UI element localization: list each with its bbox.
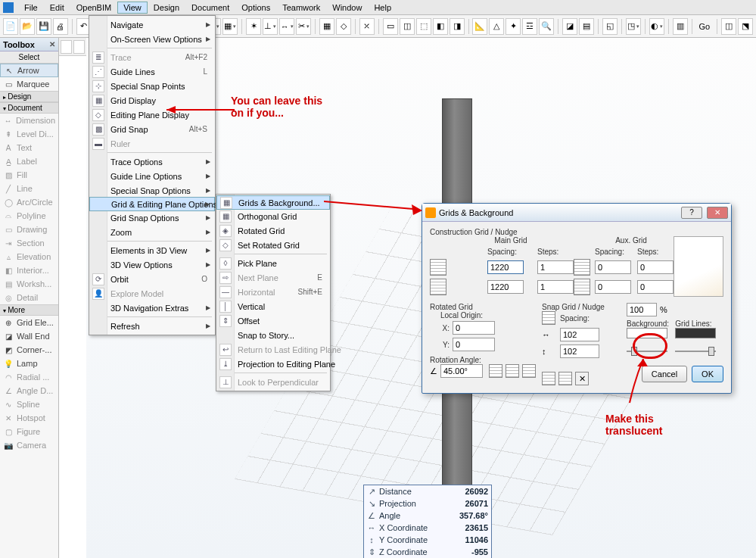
menu-editing-plane[interactable]: ◇Editing Plane Display [89,108,215,122]
tb-3d-icon[interactable]: ◳ [626,18,641,35]
menu-guideline-opts[interactable]: Guide Line Options▶ [89,169,215,183]
submenu-return-last[interactable]: ↩Return to Last Editing Plane [216,342,330,357]
main-spacing-x[interactable] [487,260,524,274]
menu-openbim[interactable]: OpenBIM [70,2,117,14]
aux-vert-icon[interactable] [574,279,590,295]
dialog-titlebar[interactable]: Grids & Background ? ✕ [422,204,731,222]
tool-level-dim[interactable]: ⇞Level Di... [0,127,58,141]
info-icon-2[interactable] [73,40,85,54]
menu-onscreen-opts[interactable]: On-Screen View Options▶ [89,32,215,46]
tb-element-mode[interactable]: ▦ [222,18,238,35]
close-icon[interactable]: ✕ [49,40,55,48]
submenu-look-perp[interactable]: ⊥Look to Perpendicular [216,375,330,389]
tool-radial[interactable]: ◠Radial ... [0,370,58,384]
tb-layout-icon[interactable]: ▥ [673,18,688,35]
menu-help[interactable]: Help [368,2,397,14]
menu-trace-opts[interactable]: Trace Options▶ [89,154,215,169]
toolbox-section-more[interactable]: More [0,304,58,316]
aux-spacing-y[interactable] [595,280,631,294]
tool-fill[interactable]: ▨Fill [0,168,58,182]
tool-detail[interactable]: ◎Detail [0,291,58,304]
menu-explore[interactable]: 👤Explore Model [89,286,215,301]
submenu-offset[interactable]: ⇕Offset [216,313,330,328]
menu-3d-view-opts[interactable]: 3D View Options▶ [89,257,215,272]
tool-section[interactable]: ⇥Section [0,236,58,250]
aux-horiz-icon[interactable] [574,259,590,276]
tb-save-icon[interactable]: 💾 [36,18,51,35]
menu-window[interactable]: Window [326,2,368,14]
menu-trace[interactable]: ≣TraceAlt+F2 [89,50,215,64]
tool-worksheet[interactable]: ▤Worksh... [0,277,58,291]
tool-spline[interactable]: ∿Spline [0,397,58,411]
submenu-orthogonal[interactable]: ▦Orthogonal Grid [216,209,330,223]
submenu-grids-background[interactable]: ▦Grids & Background... [216,195,330,210]
aux-steps-y[interactable] [637,280,674,294]
help-button[interactable]: ? [681,207,702,219]
submenu-projection[interactable]: ⤓Projection to Editing Plane [216,357,330,371]
tb-snap-icon[interactable]: ✶ [246,18,261,35]
menu-file[interactable]: File [18,2,44,14]
menu-nav-extras[interactable]: 3D Navigation Extras▶ [89,301,215,315]
grid-horiz-icon[interactable] [430,259,446,276]
aux-steps-x[interactable] [637,260,674,274]
tb-edit2[interactable]: ◫ [400,18,415,35]
tb-edit4[interactable]: ◧ [433,18,448,35]
submenu-next-plane[interactable]: ⇨Next PlaneE [216,270,330,285]
menu-zoom[interactable]: Zoom▶ [89,225,215,239]
menu-snap-opts[interactable]: Special Snap Options▶ [89,183,215,198]
snap-spacing-x[interactable] [560,328,599,341]
tool-angle-d[interactable]: ∠Angle D... [0,384,58,397]
tool-label[interactable]: A̲Label [0,154,58,168]
info-icon-1[interactable] [61,40,72,54]
tool-camera[interactable]: 📷Camera [0,438,58,452]
opt-icon-1[interactable] [489,364,502,378]
menu-grid-snap[interactable]: ▩Grid SnapAlt+S [89,122,215,136]
opt-icon-2[interactable] [506,364,519,378]
submenu-pick-plane[interactable]: ◊Pick Plane [216,256,330,270]
rotation-angle[interactable] [440,364,483,378]
toolbox-section-document[interactable]: Document [0,102,58,114]
tool-polyline[interactable]: ⌓Polyline [0,209,58,223]
zoom-pct[interactable] [627,303,657,316]
submenu-set-rotated[interactable]: ◇Set Rotated Grid [216,238,330,252]
menu-design[interactable]: Design [148,2,185,14]
tb-new-icon[interactable]: 📄 [3,18,18,35]
menu-teamwork[interactable]: Teamwork [276,2,326,14]
tb-find[interactable]: 🔍 [539,18,554,35]
snap-opt-2[interactable] [558,372,572,385]
menu-grid-snap-opts[interactable]: Grid Snap Options▶ [89,210,215,225]
opt-icon-3[interactable] [522,364,536,378]
menu-snap-points[interactable]: ⊹Special Snap Points [89,79,215,93]
tb-offset[interactable]: ↔ [279,18,294,35]
tb-zone[interactable]: ◪ [562,18,577,35]
main-spacing-y[interactable] [487,280,524,294]
tb-view3d[interactable]: ◱ [602,18,618,35]
tool-lamp[interactable]: 💡Lamp [0,357,58,370]
snap-opt-1[interactable] [542,372,555,385]
tb-measure[interactable]: 📐 [472,18,487,35]
tool-hotspot[interactable]: ✕Hotspot [0,411,58,425]
menu-document[interactable]: Document [185,2,235,14]
tb-stair-icon[interactable]: ⬔ [738,18,753,35]
main-steps-y[interactable] [537,280,574,294]
tool-interior[interactable]: ◧Interior... [0,263,58,277]
gridlines-slider[interactable] [675,344,716,358]
tb-plane-icon[interactable]: ◇ [336,18,351,35]
toolbox-section-design[interactable]: Design [0,91,58,102]
tool-figure[interactable]: ▢Figure [0,425,58,438]
origin-y[interactable] [453,338,495,351]
tool-dimension[interactable]: ↔Dimension [0,114,58,127]
menu-elements-3d[interactable]: Elements in 3D View▶ [89,243,215,257]
tb-shade-icon[interactable]: ◐ [649,18,664,35]
menu-edit[interactable]: Edit [44,2,70,14]
menu-ruler[interactable]: ▬Ruler [89,136,215,151]
tb-edit3[interactable]: ⬚ [416,18,431,35]
tool-wall-end[interactable]: ◪Wall End [0,329,58,343]
tb-edit1[interactable]: ▭ [383,18,398,35]
tool-arrow[interactable]: ↖Arrow [0,64,58,77]
snap-opt-off[interactable]: ✕ [575,372,589,385]
tb-element[interactable]: △ [489,18,504,35]
tb-layer[interactable]: ▤ [579,18,594,35]
grid-vert-icon[interactable] [430,279,446,295]
main-steps-x[interactable] [537,260,574,274]
